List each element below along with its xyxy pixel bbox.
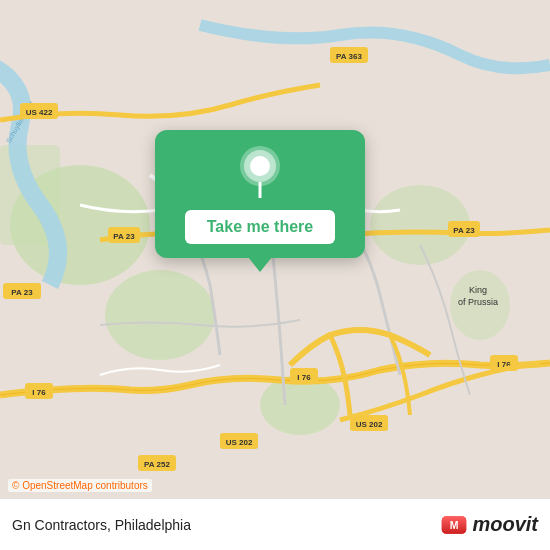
svg-text:M: M (450, 519, 459, 531)
svg-point-35 (250, 156, 270, 176)
osm-credit: © OpenStreetMap contributors (8, 479, 152, 492)
svg-text:I 76: I 76 (32, 388, 46, 397)
pin-icon (236, 148, 284, 196)
moovit-text: moovit (472, 513, 538, 536)
svg-text:PA 363: PA 363 (336, 52, 362, 61)
moovit-logo: M moovit (440, 511, 538, 539)
svg-text:PA 23: PA 23 (11, 288, 33, 297)
svg-text:PA 23: PA 23 (113, 232, 135, 241)
location-info: Gn Contractors, Philadelphia (12, 517, 191, 533)
bottom-bar: Gn Contractors, Philadelphia M moovit (0, 498, 550, 550)
svg-point-2 (105, 270, 215, 360)
take-me-there-button[interactable]: Take me there (185, 210, 335, 244)
svg-text:King: King (469, 285, 487, 295)
svg-text:I 76: I 76 (297, 373, 311, 382)
map-background: Schuylkill River I 76 I 76 I 76 PA 23 PA… (0, 0, 550, 550)
svg-text:US 422: US 422 (26, 108, 53, 117)
svg-text:of Prussia: of Prussia (458, 297, 498, 307)
location-card: Take me there (155, 130, 365, 258)
svg-text:PA 23: PA 23 (453, 226, 475, 235)
svg-text:US 202: US 202 (356, 420, 383, 429)
moovit-icon: M (440, 511, 468, 539)
map-container: Schuylkill River I 76 I 76 I 76 PA 23 PA… (0, 0, 550, 550)
svg-text:US 202: US 202 (226, 438, 253, 447)
svg-text:PA 252: PA 252 (144, 460, 170, 469)
location-name: Gn Contractors, Philadelphia (12, 517, 191, 533)
